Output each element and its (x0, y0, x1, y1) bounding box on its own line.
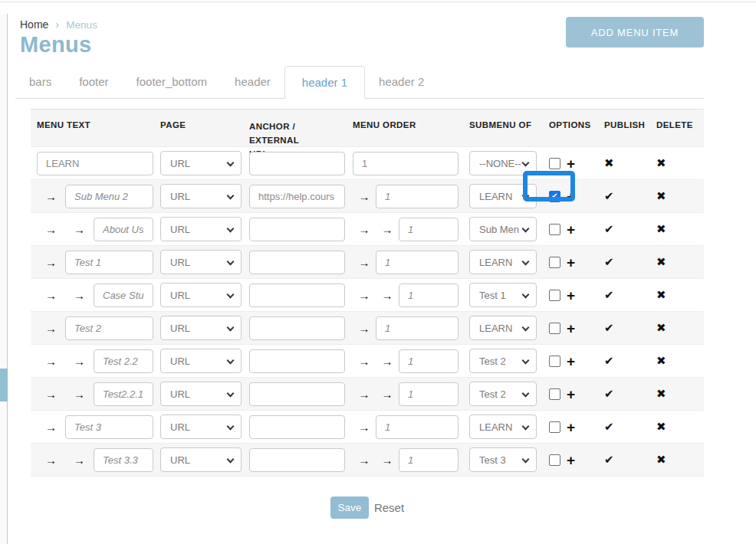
breadcrumb: Home › Menus (20, 18, 97, 31)
menu-text-input[interactable] (94, 283, 153, 307)
options-checkbox[interactable] (549, 224, 560, 235)
add-menu-item-button[interactable]: ADD MENU ITEM (566, 17, 704, 48)
menu-text-input[interactable] (94, 218, 153, 241)
menu-order-input[interactable] (376, 316, 459, 340)
delete-button[interactable]: ✖ (656, 453, 666, 466)
menus-table: MENU TEXTPAGEANCHOR / EXTERNAL URLMENU O… (31, 109, 704, 477)
breadcrumb-current-link[interactable]: Menus (66, 19, 97, 31)
menu-order-input[interactable] (399, 218, 459, 241)
indent-arrow-icon: → (65, 355, 94, 368)
menu-order-input[interactable] (399, 349, 459, 373)
tab-header-1[interactable]: header 1 (284, 66, 365, 99)
delete-cell: ✖ (656, 387, 695, 401)
add-submenu-button[interactable]: + (567, 354, 575, 369)
options-checkbox[interactable]: ✔ (549, 191, 560, 202)
delete-button[interactable]: ✖ (656, 420, 666, 433)
publish-toggle[interactable]: ✖ (604, 156, 614, 169)
add-submenu-button[interactable]: + (567, 189, 575, 204)
options-checkbox[interactable] (549, 323, 560, 334)
tab-footer_bottom[interactable]: footer_bottom (123, 66, 222, 98)
options-checkbox[interactable] (549, 158, 560, 169)
order-indent-arrow-icon: → (353, 289, 376, 302)
menu-order-cell: →→ (353, 448, 459, 472)
order-indent-arrow-icon: → (353, 223, 376, 236)
add-submenu-button[interactable]: + (567, 288, 575, 303)
menu-text-input[interactable] (94, 448, 153, 472)
order-indent-arrow-icon: → (353, 355, 376, 368)
options-checkbox[interactable] (549, 388, 560, 400)
add-submenu-button[interactable]: + (567, 321, 575, 336)
publish-toggle[interactable]: ✔ (604, 255, 614, 268)
menu-order-input[interactable] (399, 382, 459, 406)
delete-button[interactable]: ✖ (656, 321, 666, 334)
save-button[interactable]: Save (330, 496, 369, 519)
breadcrumb-home-link[interactable]: Home (20, 18, 48, 31)
anchor-url-input[interactable] (249, 218, 345, 241)
order-indent-arrow-icon: → (376, 223, 399, 236)
anchor-url-input[interactable] (249, 251, 345, 274)
publish-toggle[interactable]: ✔ (604, 222, 614, 235)
anchor-url-input[interactable] (249, 283, 345, 307)
publish-toggle[interactable]: ✔ (604, 354, 614, 367)
menu-row: →URL→LEARN+✔✖ (31, 246, 704, 279)
delete-button[interactable]: ✖ (656, 387, 666, 400)
add-submenu-button[interactable]: + (567, 420, 575, 434)
sidebar-scrollbar-thumb[interactable] (0, 369, 8, 401)
add-submenu-button[interactable]: + (567, 222, 575, 237)
publish-toggle[interactable]: ✔ (604, 321, 614, 334)
tab-bars[interactable]: bars (15, 66, 65, 98)
options-checkbox[interactable] (549, 290, 560, 301)
menu-text-input[interactable] (37, 152, 153, 175)
publish-toggle[interactable]: ✔ (604, 387, 614, 400)
menu-order-input[interactable] (353, 152, 459, 175)
add-submenu-button[interactable]: + (567, 453, 575, 467)
menu-text-input[interactable] (94, 382, 153, 406)
publish-cell: ✔ (604, 420, 639, 434)
delete-button[interactable]: ✖ (656, 354, 666, 367)
menu-order-input[interactable] (376, 251, 459, 274)
delete-button[interactable]: ✖ (656, 156, 666, 169)
menu-text-input[interactable] (65, 316, 153, 340)
delete-cell: ✖ (656, 156, 695, 170)
anchor-cell (249, 283, 345, 307)
tab-header-2[interactable]: header 2 (365, 66, 438, 98)
anchor-url-input[interactable] (249, 382, 345, 406)
anchor-url-input[interactable] (249, 415, 345, 439)
delete-cell: ✖ (656, 255, 695, 269)
delete-button[interactable]: ✖ (656, 288, 666, 301)
anchor-url-input[interactable] (249, 185, 345, 208)
options-checkbox[interactable] (549, 421, 560, 433)
options-checkbox[interactable] (549, 356, 560, 367)
publish-toggle[interactable]: ✔ (604, 189, 614, 202)
anchor-url-input[interactable] (249, 316, 345, 340)
tab-footer[interactable]: footer (65, 66, 122, 98)
menu-order-input[interactable] (376, 415, 459, 439)
delete-button[interactable]: ✖ (656, 189, 666, 202)
delete-button[interactable]: ✖ (656, 255, 666, 268)
publish-toggle[interactable]: ✔ (604, 288, 614, 301)
publish-toggle[interactable]: ✔ (604, 420, 614, 433)
menu-order-input[interactable] (399, 448, 459, 472)
tab-header[interactable]: header (221, 66, 284, 98)
options-checkbox[interactable] (549, 257, 560, 268)
column-header-publish: PUBLISH (604, 120, 639, 129)
publish-toggle[interactable]: ✔ (604, 453, 614, 466)
options-checkbox[interactable] (549, 454, 560, 466)
reset-button[interactable]: Reset (374, 501, 404, 514)
options-cell: + (549, 156, 592, 171)
table-body: URL--NONE--+✖✖→URL→LEARN✔+✔✖→→URL→→Sub M… (31, 147, 704, 477)
delete-button[interactable]: ✖ (656, 222, 666, 235)
anchor-url-input[interactable] (249, 349, 345, 373)
menu-order-input[interactable] (376, 185, 459, 208)
add-submenu-button[interactable]: + (567, 387, 575, 401)
menu-text-input[interactable] (94, 349, 153, 373)
anchor-url-input[interactable] (249, 448, 345, 472)
page-cell: URL (160, 184, 242, 208)
add-submenu-button[interactable]: + (567, 255, 575, 270)
add-submenu-button[interactable]: + (567, 156, 575, 171)
menu-order-input[interactable] (399, 283, 459, 307)
menu-text-input[interactable] (65, 185, 153, 208)
anchor-url-input[interactable] (249, 152, 345, 175)
menu-text-input[interactable] (65, 251, 153, 274)
menu-text-input[interactable] (65, 415, 153, 439)
